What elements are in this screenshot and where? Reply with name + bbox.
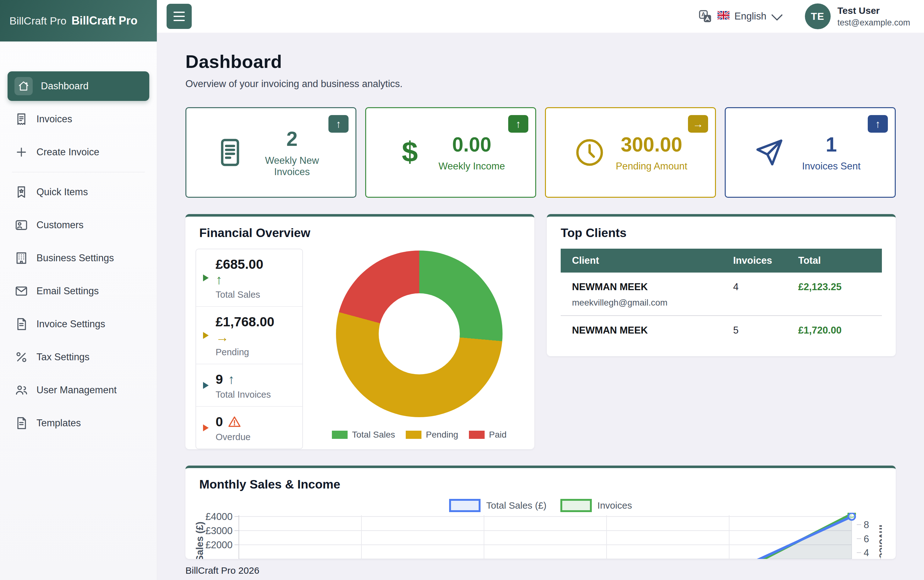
envelope-icon [15, 284, 28, 298]
sidebar-toggle-button[interactable] [166, 4, 192, 29]
svg-text:Invoices: Invoices [877, 525, 882, 559]
stat-value: 0.00 [427, 133, 516, 156]
stat-card-weekly-new-invoices[interactable]: ↑ 2 Weekly New Invoices [186, 107, 357, 198]
stat-card-invoices-sent[interactable]: ↑ 1 Invoices Sent [725, 107, 896, 198]
dollar-icon: $ [393, 137, 427, 168]
avatar: TE [805, 3, 831, 29]
financial-overview-title: Financial Overview [199, 226, 520, 240]
client-cell: NEWMAN MEEK [572, 325, 733, 336]
stat-label: Invoices Sent [787, 161, 876, 172]
page-subtitle: Overview of your invoicing and business … [186, 78, 896, 90]
column-header-invoices: Invoices [733, 255, 798, 266]
sidebar-item-quick-items[interactable]: Quick Items [8, 177, 149, 207]
stat-card-content: 1 Invoices Sent [787, 133, 895, 172]
line-chart-legend: Total Sales (£) Invoices [186, 499, 896, 512]
language-selector[interactable]: A English [698, 9, 780, 23]
table-body: NEWMAN MEEK meekvillegh@gmail.com 4 £2,1… [561, 273, 882, 344]
top-clients-title: Top Clients [561, 226, 882, 240]
translate-icon: A [698, 9, 712, 23]
contact-card-icon [15, 218, 28, 232]
sidebar-item-invoice-settings[interactable]: Invoice Settings [8, 309, 149, 339]
client-name: NEWMAN MEEK [572, 281, 733, 293]
receipt-icon [15, 112, 28, 126]
sidebar-item-invoices[interactable]: Invoices [8, 104, 149, 134]
stat-card-weekly-income[interactable]: ↑ $ 0.00 Weekly Income [365, 107, 536, 198]
monthly-sales-title: Monthly Sales & Income [199, 478, 882, 491]
legend-swatch [332, 431, 348, 439]
total-cell: £1,720.00 [798, 325, 882, 336]
stat-trend-badge: → [688, 115, 708, 133]
legend-label: Invoices [597, 500, 632, 511]
sidebar-item-label: Templates [36, 417, 81, 429]
sidebar-nav: DashboardInvoicesCreate InvoiceQuick Ite… [0, 41, 157, 442]
financial-stat-value: 9 [215, 372, 223, 387]
sidebar-item-label: Business Settings [36, 252, 114, 264]
app-root: BillCraft Pro BillCraft Pro DashboardInv… [0, 0, 924, 580]
main-column: A English TE Test User test@example.com … [157, 0, 924, 580]
column-header-client: Client [572, 255, 733, 266]
stat-trend-badge: ↑ [508, 115, 528, 133]
user-email: test@example.com [838, 18, 911, 28]
sidebar-item-create-invoice[interactable]: Create Invoice [8, 137, 149, 167]
stat-card-pending-amount[interactable]: → 300.00 Pending Amount [545, 107, 716, 198]
table-row[interactable]: NEWMAN MEEK meekvillegh@gmail.com 4 £2,1… [561, 273, 882, 315]
client-name: NEWMAN MEEK [572, 325, 733, 336]
stat-value: 300.00 [607, 133, 696, 156]
sidebar-item-label: Customers [36, 219, 84, 231]
list-marker-icon [203, 424, 209, 431]
stat-label: Weekly Income [427, 161, 516, 172]
financial-stat-overdue: 0 Overdue [196, 407, 303, 448]
sidebar-divider [12, 172, 145, 172]
list-marker-icon [203, 332, 209, 339]
line-legend-item: Total Sales (£) [449, 499, 547, 512]
financial-stat-label: Total Invoices [215, 389, 296, 400]
legend-label: Pending [426, 430, 458, 440]
donut-legend-item: Pending [406, 430, 458, 440]
stat-value: 1 [787, 133, 876, 156]
sidebar-item-user-management[interactable]: User Management [8, 375, 149, 405]
user-info: Test User test@example.com [838, 5, 911, 28]
financial-stat-value: £1,768.00 [215, 315, 275, 330]
document-icon [15, 416, 28, 430]
stat-label: Pending Amount [607, 161, 696, 172]
legend-swatch [406, 431, 421, 439]
sidebar-item-dashboard[interactable]: Dashboard [8, 71, 149, 101]
legend-label: Paid [489, 430, 506, 440]
legend-swatch [561, 499, 592, 512]
table-row[interactable]: NEWMAN MEEK 5 £1,720.00 [561, 315, 882, 344]
sidebar-item-customers[interactable]: Customers [8, 210, 149, 240]
total-cell: £2,123.25 [798, 281, 882, 293]
sidebar-item-label: Tax Settings [36, 351, 90, 363]
financial-stats-list: £685.00 ↑ Total Sales £1,768.00 → Pendin… [196, 249, 303, 449]
user-menu[interactable]: TE Test User test@example.com [805, 3, 911, 29]
monthly-sales-card: Monthly Sales & Income Total Sales (£) I… [186, 466, 896, 559]
financial-stat-label: Overdue [215, 432, 296, 442]
sidebar-item-label: Invoices [36, 114, 72, 125]
user-name: Test User [838, 5, 911, 16]
bookmark-icon [15, 185, 28, 199]
sidebar-item-tax-settings[interactable]: Tax Settings [8, 342, 149, 372]
footer-text: BillCraft Pro 2026 [186, 565, 896, 576]
brand-name: BillCraft Pro [71, 14, 137, 27]
sidebar-item-business-settings[interactable]: Business Settings [8, 243, 149, 273]
send-icon [752, 137, 787, 168]
donut-legend-item: Total Sales [332, 430, 395, 440]
table-header: ClientInvoicesTotal [561, 249, 882, 273]
financial-stat-label: Pending [215, 347, 296, 358]
sidebar-item-email-settings[interactable]: Email Settings [8, 276, 149, 306]
clock-icon [572, 137, 607, 168]
svg-text:£2000: £2000 [206, 539, 233, 550]
line-chart: £4000£3000£2000Sales (£)864Invoices [186, 513, 896, 559]
sidebar-item-label: Invoice Settings [36, 318, 105, 330]
stat-trend-badge: ↑ [868, 115, 888, 133]
chevron-down-icon [771, 9, 783, 21]
plus-icon [15, 145, 28, 159]
sidebar-item-templates[interactable]: Templates [8, 409, 149, 438]
financial-stat-label: Total Sales [215, 290, 296, 300]
sidebar-item-label: Email Settings [36, 285, 99, 297]
legend-label: Total Sales (£) [486, 500, 547, 511]
column-header-total: Total [798, 255, 882, 266]
legend-swatch [469, 431, 485, 439]
line-legend-item: Invoices [561, 499, 632, 512]
svg-text:£4000: £4000 [206, 513, 233, 522]
